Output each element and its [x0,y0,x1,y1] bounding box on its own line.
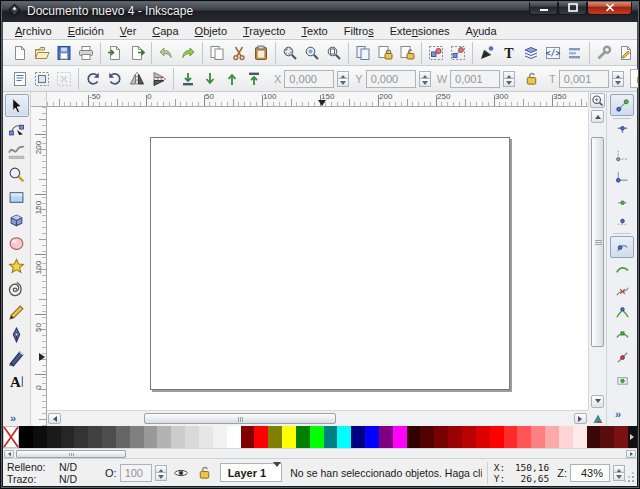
fill-stroke-dialog-button[interactable] [476,42,498,64]
paste-button[interactable] [250,42,272,64]
palette-swatch[interactable] [587,426,601,448]
palette-swatch[interactable] [573,426,587,448]
create-clone-button[interactable] [374,42,396,64]
menu-ayuda[interactable]: Ayuda [458,22,505,40]
copy-button[interactable] [206,42,228,64]
horizontal-scrollbar[interactable] [47,410,588,426]
spinner-y[interactable] [419,71,431,87]
lock-ratio-button[interactable] [520,68,542,90]
scroll-up-button[interactable] [591,110,604,123]
unlink-clone-button[interactable] [396,42,418,64]
palette-swatch[interactable] [157,426,171,448]
scroll-down-button[interactable] [591,395,604,408]
palette-swatch[interactable] [88,426,102,448]
palette-swatch[interactable] [130,426,144,448]
titlebar[interactable]: Documento nuevo 4 - Inkscape [0,0,640,22]
close-button[interactable] [587,0,632,15]
layer-visibility-toggle[interactable] [171,463,191,483]
scroll-left-button[interactable] [48,413,61,424]
palette-swatch[interactable] [199,426,213,448]
raise-button[interactable] [221,68,243,90]
palette-scrollbar[interactable] [3,448,637,458]
raise-to-top-button[interactable] [243,68,265,90]
menu-edicion[interactable]: Edición [60,22,112,40]
tool-zoom[interactable] [5,163,29,186]
palette-more-arrow[interactable] [628,426,637,448]
palette-swatch[interactable] [324,426,338,448]
menu-capa[interactable]: Capa [144,22,186,40]
snap-smooth-nodes-button[interactable] [610,324,634,346]
vertical-scrollbar[interactable] [588,92,606,410]
new-document-button[interactable] [9,42,31,64]
tool-calligraphy[interactable] [5,347,29,370]
tool-box-3d[interactable] [5,209,29,232]
palette-swatch[interactable] [351,426,365,448]
tool-star[interactable] [5,255,29,278]
palette-swatch[interactable] [19,426,33,448]
tool-spiral[interactable] [5,278,29,301]
palette-swatch[interactable] [365,426,379,448]
menu-objeto[interactable]: Objeto [187,22,235,40]
palette-scroll-left-button[interactable] [4,450,14,458]
zoom-selection-button[interactable] [279,42,301,64]
xml-editor-button[interactable]: </> [542,42,564,64]
fill-stroke-indicator[interactable]: Relleno: N/D Trazo: N/D [3,461,103,485]
canvas[interactable] [47,107,588,410]
select-all-button[interactable] [9,68,31,90]
menu-extensiones[interactable]: Extensiones [382,22,458,40]
snap-path-intersections-button[interactable] [610,280,634,302]
duplicate-button[interactable] [352,42,374,64]
toolbox-overflow-button[interactable]: » [10,412,16,424]
print-document-button[interactable] [75,42,97,64]
tool-tweak[interactable] [5,140,29,163]
menu-archivo[interactable]: Archivo [7,22,60,40]
snap-paths-button[interactable] [610,258,634,280]
palette-swatch[interactable] [171,426,185,448]
deselect-button[interactable] [53,68,75,90]
palette-swatch[interactable] [337,426,351,448]
coordinate-field-y[interactable]: 0,000 [366,70,416,88]
palette-scroll-right-button[interactable] [626,450,636,458]
menu-filtros[interactable]: Filtros [336,22,382,40]
palette-swatch[interactable] [268,426,282,448]
align-dialog-button[interactable] [564,42,586,64]
open-document-button[interactable] [31,42,53,64]
palette-swatch[interactable] [420,426,434,448]
tool-text[interactable]: A [5,370,29,393]
sticky-zoom-button[interactable] [590,93,605,108]
palette-scroll-thumb[interactable] [16,450,126,458]
palette-swatch[interactable] [490,426,504,448]
snap-bounding-box-button[interactable] [610,121,634,143]
maximize-button[interactable] [558,0,587,15]
menu-ver[interactable]: Ver [112,22,145,40]
palette-swatch[interactable] [476,426,490,448]
tool-bezier-pen[interactable] [5,324,29,347]
flip-vertical-button[interactable] [148,68,170,90]
snap-nodes-button[interactable] [610,236,634,258]
text-dialog-button[interactable]: T [498,42,520,64]
vertical-ruler[interactable]: 200150100500 [31,107,47,426]
select-all-layers-button[interactable] [31,68,53,90]
palette-swatch[interactable] [407,426,421,448]
palette-swatch[interactable] [310,426,324,448]
palette-swatch[interactable] [296,426,310,448]
coordinate-field-w[interactable]: 0,001 [450,70,500,88]
layer-lock-toggle[interactable] [195,463,215,483]
scroll-right-button[interactable] [574,413,587,424]
palette-swatch[interactable] [545,426,559,448]
palette-swatch[interactable] [559,426,573,448]
palette-swatch[interactable] [102,426,116,448]
rotate-cw-button[interactable] [104,68,126,90]
palette-swatch[interactable] [504,426,518,448]
layer-selector[interactable]: Layer 1 [220,463,283,482]
palette-swatch[interactable] [393,426,407,448]
spinner-w[interactable] [503,71,515,87]
tool-node-editor[interactable] [5,117,29,140]
opacity-field[interactable]: 100 [120,464,152,482]
cut-button[interactable] [228,42,250,64]
snap-bbox-corners-button[interactable] [610,165,634,187]
document-properties-button[interactable] [615,42,637,64]
rotate-ccw-button[interactable] [82,68,104,90]
export-document-button[interactable] [126,42,148,64]
layers-dialog-button[interactable] [520,42,542,64]
